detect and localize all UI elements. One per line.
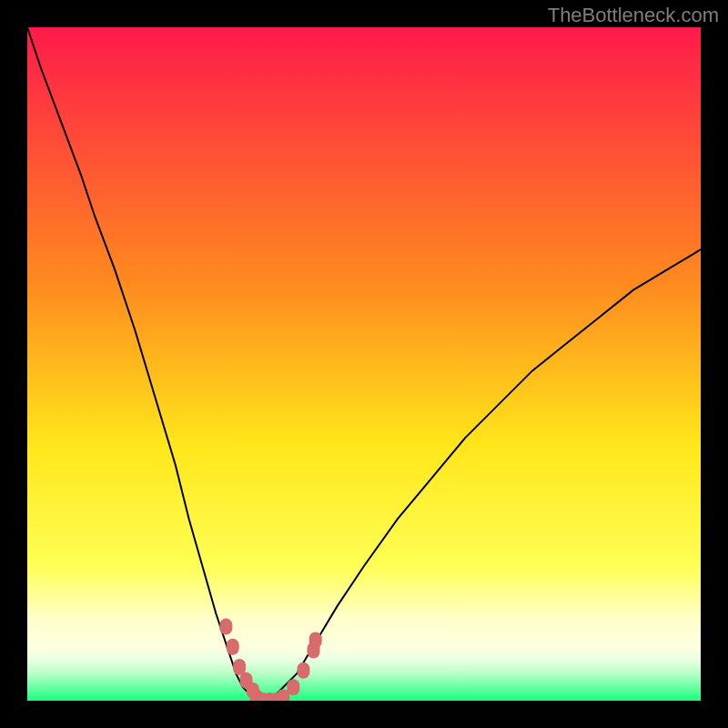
outer-frame: TheBottleneck.com bbox=[0, 0, 728, 728]
marker-point bbox=[219, 619, 232, 635]
marker-point bbox=[297, 662, 309, 679]
marker-point bbox=[227, 639, 239, 655]
chart-svg bbox=[27, 27, 701, 701]
watermark-text: TheBottleneck.com bbox=[548, 4, 719, 27]
marker-point bbox=[287, 679, 299, 695]
marker-point bbox=[309, 632, 322, 648]
gradient-background bbox=[27, 27, 701, 701]
chart-plot-area bbox=[27, 27, 701, 701]
